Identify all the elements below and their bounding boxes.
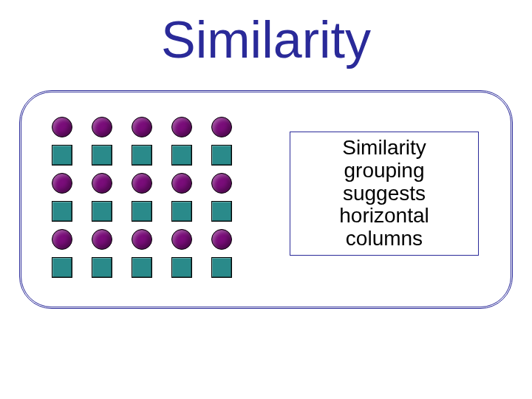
- shape-grid: [52, 117, 251, 285]
- circle-icon: [211, 117, 232, 137]
- shape-row: [52, 229, 251, 250]
- circle-icon: [52, 117, 72, 137]
- square-icon: [171, 145, 192, 166]
- square-icon: [52, 145, 72, 166]
- circle-icon: [171, 173, 192, 194]
- square-icon: [171, 257, 192, 278]
- circle-icon: [52, 173, 72, 194]
- shape-row: [52, 117, 251, 137]
- circle-icon: [211, 173, 232, 194]
- circle-icon: [92, 173, 112, 194]
- shape-row: [52, 257, 251, 278]
- square-icon: [92, 145, 112, 166]
- circle-icon: [171, 229, 192, 250]
- circle-icon: [171, 117, 192, 137]
- square-icon: [92, 201, 112, 222]
- shape-row: [52, 145, 251, 166]
- square-icon: [52, 257, 72, 278]
- square-icon: [171, 201, 192, 222]
- circle-icon: [52, 229, 72, 250]
- caption-text: Similarity grouping suggests horizontal …: [339, 137, 429, 250]
- circle-icon: [92, 117, 112, 137]
- square-icon: [132, 201, 152, 222]
- square-icon: [52, 201, 72, 222]
- circle-icon: [132, 173, 152, 194]
- square-icon: [211, 145, 232, 166]
- circle-icon: [92, 229, 112, 250]
- square-icon: [132, 257, 152, 278]
- caption-box: Similarity grouping suggests horizontal …: [290, 132, 479, 256]
- circle-icon: [132, 117, 152, 137]
- page-title: Similarity: [0, 10, 532, 69]
- square-icon: [211, 257, 232, 278]
- shape-row: [52, 173, 251, 194]
- shape-row: [52, 201, 251, 222]
- square-icon: [92, 257, 112, 278]
- square-icon: [132, 145, 152, 166]
- circle-icon: [211, 229, 232, 250]
- circle-icon: [132, 229, 152, 250]
- square-icon: [211, 201, 232, 222]
